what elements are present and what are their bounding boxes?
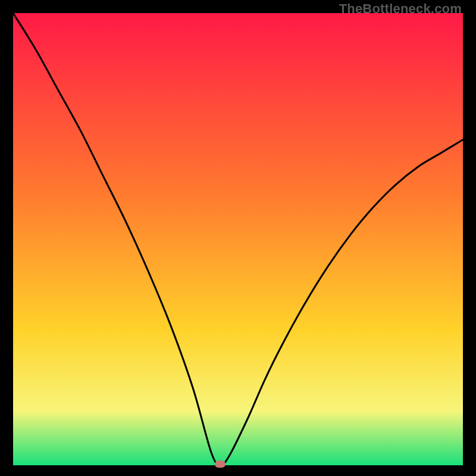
optimal-point-marker bbox=[215, 461, 226, 468]
bottleneck-curve bbox=[13, 13, 463, 465]
watermark-text: TheBottleneck.com bbox=[339, 1, 462, 17]
chart-frame: TheBottleneck.com bbox=[0, 0, 476, 476]
